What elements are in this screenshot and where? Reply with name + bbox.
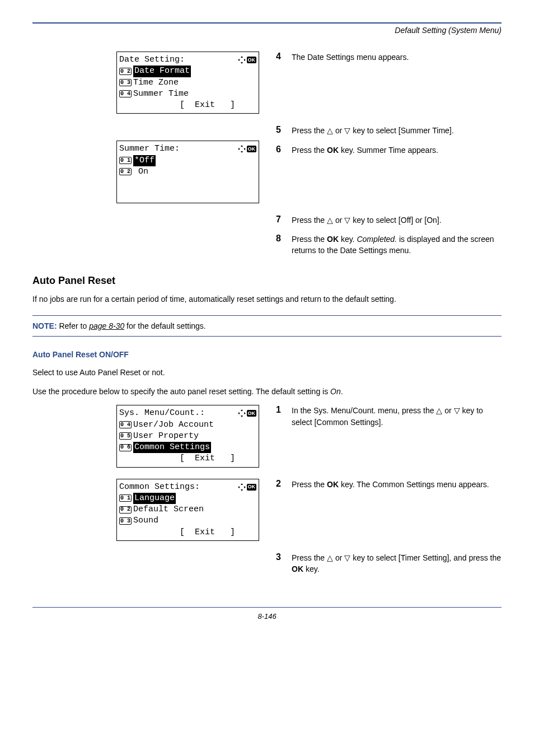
- row-num: 0 3: [119, 79, 132, 86]
- page-number: 8-146: [32, 612, 502, 620]
- exit-label: [ Exit ]: [119, 527, 256, 538]
- svg-marker-12: [241, 483, 243, 485]
- svg-marker-15: [244, 486, 246, 488]
- note-label: NOTE:: [32, 321, 57, 330]
- step-number: 4: [276, 52, 283, 63]
- row-num: 0 2: [119, 506, 132, 514]
- row-label: *Off: [133, 155, 156, 166]
- row-num: 0 2: [119, 168, 132, 175]
- nav-icons: OK: [238, 409, 257, 417]
- lcd-sys-menu: Sys. Menu/Count.: OK 0 4User/Job Account…: [116, 405, 259, 467]
- row-label: Date Format: [133, 66, 191, 77]
- step-number: 3: [276, 552, 283, 575]
- up-icon: △: [327, 126, 333, 135]
- row-label: Time Zone: [133, 77, 179, 88]
- row-num: 0 6: [119, 444, 132, 451]
- row-num: 0 3: [119, 517, 132, 525]
- row-label: Language: [133, 493, 176, 504]
- svg-marker-6: [238, 148, 240, 150]
- paragraph: Select to use Auto Panel Reset or not.: [32, 367, 502, 378]
- svg-marker-13: [241, 489, 243, 491]
- svg-marker-10: [238, 412, 240, 414]
- step-number: 6: [276, 144, 283, 156]
- down-icon: ▽: [344, 553, 350, 562]
- row-num: 0 2: [119, 68, 132, 75]
- step-text: Press the OK key. The Common Settings me…: [292, 479, 502, 490]
- lcd-common-settings: Common Settings: OK 0 1Language 0 2Defau…: [116, 479, 259, 541]
- ok-icon: OK: [247, 146, 257, 152]
- lcd-date-setting: Date Setting: OK 0 2Date Format 0 3Time …: [116, 52, 259, 114]
- step-text: Press the △ or ▽ key to select [Off] or …: [292, 214, 502, 226]
- lcd-title: Sys. Menu/Count.:: [119, 408, 238, 419]
- svg-marker-11: [244, 412, 246, 414]
- step-number: 1: [276, 405, 283, 428]
- step-number: 2: [276, 479, 283, 490]
- exit-label: [ Exit ]: [119, 453, 256, 464]
- subsection-heading: Auto Panel Reset ON/OFF: [32, 350, 502, 359]
- row-num: 0 5: [119, 432, 132, 440]
- ok-icon: OK: [247, 57, 257, 63]
- svg-marker-7: [244, 148, 246, 150]
- up-icon: △: [327, 553, 333, 562]
- dpad-icon: [238, 145, 246, 153]
- step-text: In the Sys. Menu/Count. menu, press the …: [292, 405, 502, 428]
- row-label: Default Screen: [133, 504, 204, 515]
- step-number: 8: [276, 234, 283, 256]
- lcd-title: Common Settings:: [119, 482, 238, 493]
- step-text: The Date Settings menu appears.: [292, 52, 502, 63]
- row-num: 0 1: [119, 494, 132, 502]
- svg-marker-14: [238, 486, 240, 488]
- lcd-title: Summer Time:: [119, 143, 238, 155]
- nav-icons: OK: [238, 483, 257, 491]
- down-icon: ▽: [454, 406, 460, 415]
- step-number: 7: [276, 214, 283, 226]
- svg-marker-5: [241, 151, 243, 153]
- ok-icon: OK: [247, 484, 257, 491]
- exit-label: [ Exit ]: [119, 100, 256, 111]
- section-intro: If no jobs are run for a certain period …: [32, 293, 502, 305]
- up-icon: △: [436, 406, 442, 415]
- row-label: Sound: [133, 515, 158, 526]
- header-title: Default Setting (System Menu): [32, 26, 502, 35]
- row-label: User/Job Account: [133, 419, 214, 431]
- dpad-icon: [238, 409, 246, 417]
- svg-marker-2: [238, 59, 240, 61]
- step-text: Press the OK key. Completed. is displaye…: [292, 234, 502, 256]
- svg-marker-8: [241, 409, 243, 411]
- row-label: On: [133, 166, 148, 178]
- footer-rule: [32, 607, 502, 608]
- step-text: Press the OK key. Summer Time appears.: [292, 144, 502, 156]
- down-icon: ▽: [344, 126, 350, 135]
- step-text: Press the △ or ▽ key to select [Summer T…: [292, 125, 502, 136]
- row-num: 0 1: [119, 157, 132, 164]
- lcd-title: Date Setting:: [119, 54, 238, 66]
- step-number: 5: [276, 125, 283, 136]
- nav-icons: OK: [238, 145, 257, 153]
- nav-icons: OK: [238, 56, 257, 64]
- lcd-summer-time: Summer Time: OK 0 1*Off 0 2 On: [116, 141, 259, 203]
- row-label: User Property: [133, 431, 199, 442]
- dpad-icon: [238, 483, 246, 491]
- step-text: Press the △ or ▽ key to select [Timer Se…: [292, 552, 502, 575]
- row-label: Common Settings: [133, 442, 211, 453]
- note-link[interactable]: page 8-30: [89, 321, 124, 330]
- ok-icon: OK: [247, 410, 257, 417]
- up-icon: △: [327, 216, 333, 225]
- dpad-icon: [238, 56, 246, 64]
- note-block: NOTE: Refer to page 8-30 for the default…: [32, 315, 502, 337]
- section-heading: Auto Panel Reset: [32, 275, 502, 287]
- paragraph: Use the procedure below to specify the a…: [32, 386, 502, 397]
- row-num: 0 4: [119, 90, 132, 97]
- svg-marker-1: [241, 62, 243, 64]
- down-icon: ▽: [344, 216, 350, 225]
- svg-marker-3: [244, 59, 246, 61]
- header-rule: [32, 22, 502, 24]
- svg-marker-4: [241, 145, 243, 147]
- row-num: 0 4: [119, 421, 132, 428]
- row-label: Summer Time: [133, 88, 189, 100]
- svg-marker-0: [241, 56, 243, 58]
- svg-marker-9: [241, 416, 243, 417]
